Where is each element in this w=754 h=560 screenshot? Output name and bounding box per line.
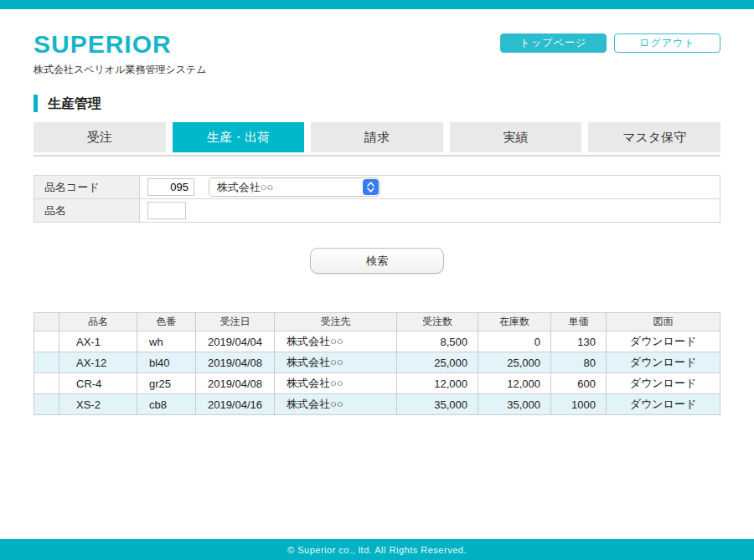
company-select-value: 株式会社○○ [217, 180, 274, 195]
header: SUPERIOR 株式会社スペリオル業務管理システム トップページ ログアウト [34, 32, 720, 77]
tab-billing[interactable]: 請求 [311, 122, 443, 152]
order-qty-cell: 35,000 [397, 394, 478, 415]
color-number-cell: bl40 [137, 352, 196, 373]
item-name-content [140, 199, 720, 223]
item-name-cell: XS-2 [59, 394, 137, 415]
header-buttons: トップページ ログアウト [500, 33, 720, 53]
tab-orders[interactable]: 受注 [34, 122, 166, 152]
item-name-cell: AX-1 [59, 331, 137, 352]
header-unit-price: 単価 [551, 313, 607, 331]
header-color-number: 色番 [137, 313, 196, 331]
table-header-row: 品名 色番 受注日 受注先 受注数 在庫数 単価 図面 [34, 313, 720, 331]
download-link[interactable]: ダウンロード [607, 394, 720, 415]
row-select-cell [34, 373, 59, 394]
order-qty-cell: 25,000 [397, 352, 478, 373]
unit-price-cell: 130 [551, 331, 607, 352]
order-qty-cell: 12,000 [397, 373, 478, 394]
header-order-date: 受注日 [196, 313, 275, 331]
order-date-cell: 2019/04/04 [196, 331, 275, 352]
stock-qty-cell: 12,000 [478, 373, 551, 394]
top-page-button[interactable]: トップページ [500, 33, 607, 53]
header-customer: 受注先 [275, 313, 397, 331]
form-row-item-code: 品名コード 株式会社○○ [34, 176, 720, 199]
order-date-cell: 2019/04/08 [196, 373, 275, 394]
unit-price-cell: 1000 [551, 394, 607, 415]
header-blank [34, 313, 59, 331]
logout-button[interactable]: ログアウト [614, 33, 720, 53]
customer-cell: 株式会社○○ [275, 331, 397, 352]
search-form: 品名コード 株式会社○○ 品名 [34, 175, 720, 223]
item-name-input[interactable] [147, 202, 186, 219]
item-code-label: 品名コード [34, 176, 140, 199]
table-row: AX-12 bl40 2019/04/08 株式会社○○ 25,000 25,0… [34, 352, 720, 373]
stock-qty-cell: 0 [478, 331, 551, 352]
color-number-cell: wh [137, 331, 196, 352]
search-button[interactable]: 検索 [310, 248, 444, 274]
up-down-chevron-icon [363, 179, 379, 195]
item-name-cell: CR-4 [59, 373, 137, 394]
tab-production-shipping[interactable]: 生産・出荷 [173, 122, 305, 152]
header-drawing: 図面 [607, 313, 720, 331]
unit-price-cell: 80 [551, 352, 607, 373]
stock-qty-cell: 25,000 [478, 352, 551, 373]
order-qty-cell: 8,500 [397, 331, 478, 352]
tab-results[interactable]: 実績 [450, 122, 582, 152]
brand-block: SUPERIOR 株式会社スペリオル業務管理システム [34, 32, 207, 77]
item-code-content: 株式会社○○ [140, 176, 720, 199]
row-select-cell [34, 331, 59, 352]
tab-master-maintenance[interactable]: マスタ保守 [588, 122, 720, 152]
download-link[interactable]: ダウンロード [607, 373, 720, 394]
order-date-cell: 2019/04/08 [196, 352, 275, 373]
table-row: XS-2 cb8 2019/04/16 株式会社○○ 35,000 35,000… [34, 394, 720, 415]
order-date-cell: 2019/04/16 [196, 394, 275, 415]
brand-subtitle: 株式会社スペリオル業務管理システム [34, 63, 207, 77]
header-order-qty: 受注数 [397, 313, 478, 331]
results-table: 品名 色番 受注日 受注先 受注数 在庫数 単価 図面 AX-1 wh 2019… [34, 312, 720, 415]
tab-bar: 受注 生産・出荷 請求 実績 マスタ保守 [34, 122, 720, 152]
row-select-cell [34, 394, 59, 415]
company-select[interactable]: 株式会社○○ [209, 177, 380, 197]
stock-qty-cell: 35,000 [478, 394, 551, 415]
table-row: CR-4 gr25 2019/04/08 株式会社○○ 12,000 12,00… [34, 373, 720, 394]
footer: © Superior co., ltd. All Rights Reserved… [0, 539, 754, 560]
form-row-item-name: 品名 [34, 199, 720, 223]
header-item-name: 品名 [59, 313, 137, 331]
customer-cell: 株式会社○○ [275, 373, 397, 394]
copyright-text: © Superior co., ltd. All Rights Reserved… [287, 545, 467, 555]
item-code-input[interactable] [147, 178, 194, 196]
brand-logo: SUPERIOR [34, 32, 207, 57]
table-row: AX-1 wh 2019/04/04 株式会社○○ 8,500 0 130 ダウ… [34, 331, 720, 352]
color-number-cell: gr25 [137, 373, 196, 394]
row-select-cell [34, 352, 59, 373]
customer-cell: 株式会社○○ [275, 394, 397, 415]
item-name-label: 品名 [34, 199, 140, 223]
download-link[interactable]: ダウンロード [607, 352, 720, 373]
item-name-cell: AX-12 [59, 352, 137, 373]
color-number-cell: cb8 [137, 394, 196, 415]
top-accent-bar [0, 0, 754, 9]
page-title: 生産管理 [34, 95, 720, 112]
customer-cell: 株式会社○○ [275, 352, 397, 373]
tab-divider [34, 155, 720, 157]
unit-price-cell: 600 [551, 373, 607, 394]
header-stock-qty: 在庫数 [478, 313, 551, 331]
download-link[interactable]: ダウンロード [607, 331, 720, 352]
